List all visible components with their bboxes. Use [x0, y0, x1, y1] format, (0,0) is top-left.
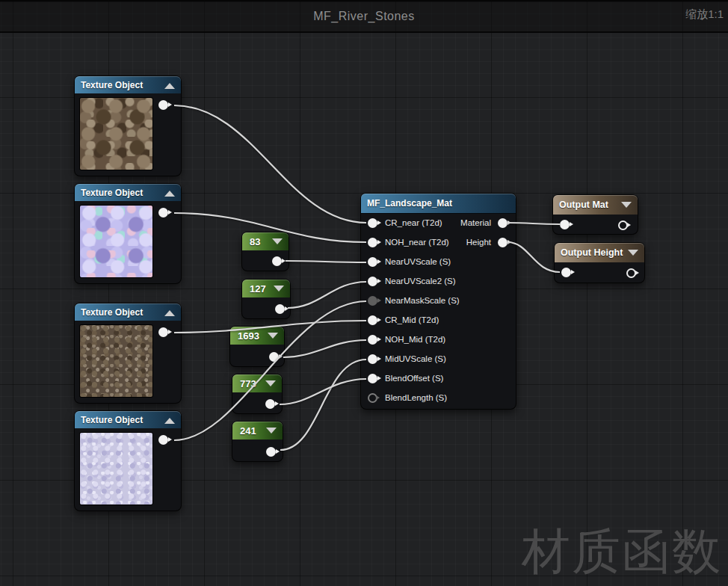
- output-height-node[interactable]: Output Height: [555, 243, 644, 283]
- node-header[interactable]: 241: [232, 422, 283, 440]
- node-title: Output Mat: [559, 200, 608, 210]
- expand-arrow-icon[interactable]: [266, 428, 277, 434]
- output-row-height: Height: [466, 232, 516, 252]
- node-header[interactable]: 1693: [230, 327, 284, 345]
- output-pin[interactable]: [265, 399, 275, 409]
- pin-label: BlendLength (S): [385, 393, 447, 402]
- output-pin[interactable]: [272, 256, 282, 266]
- input-row-noh-mid: NOH_Mid (T2d): [361, 330, 516, 349]
- wire-const241-miduvscale[interactable]: [280, 360, 366, 450]
- node-header[interactable]: Texture Object: [75, 76, 181, 93]
- node-title: Texture Object: [81, 307, 143, 318]
- constant-node-773[interactable]: 773: [232, 374, 282, 413]
- constant-value: 83: [247, 236, 260, 247]
- wire-tex4-nearmaskscale[interactable]: [174, 301, 366, 440]
- node-title: Texture Object: [81, 415, 143, 425]
- output-pin[interactable]: [498, 238, 508, 247]
- input-row-blendlength: BlendLength (S): [361, 388, 516, 407]
- mf-landscape-mat-node[interactable]: MF_Landscape_Mat CR_near (T2d) NOH_near …: [361, 194, 516, 409]
- texture-object-node-2[interactable]: Texture Object: [75, 184, 181, 283]
- input-pin[interactable]: [368, 218, 377, 228]
- texture-object-node-4[interactable]: Texture Object: [75, 411, 181, 511]
- input-pin[interactable]: [368, 296, 377, 306]
- input-pin[interactable]: [368, 315, 377, 325]
- graph-title: MF_River_Stones: [313, 10, 415, 23]
- constant-node-241[interactable]: 241: [232, 422, 283, 461]
- constant-node-127[interactable]: 127: [242, 280, 290, 318]
- pin-label: NearUVScale2 (S): [385, 277, 456, 286]
- input-pin[interactable]: [368, 238, 377, 247]
- expand-arrow-icon[interactable]: [268, 333, 278, 339]
- pin-label: MidUVScale (S): [385, 354, 446, 363]
- output-mat-node[interactable]: Output Mat: [553, 195, 638, 234]
- constant-node-1693[interactable]: 1693: [230, 327, 284, 366]
- input-row-nearuvscale: NearUVScale (S): [361, 252, 516, 271]
- node-header[interactable]: Texture Object: [75, 184, 181, 201]
- wire-const773-blendoffset[interactable]: [280, 379, 366, 404]
- output-pin[interactable]: [158, 435, 168, 445]
- input-row-cr-mid: CR_Mid (T2d): [361, 310, 516, 330]
- input-pin[interactable]: [368, 257, 377, 267]
- pin-label: NearUVScale (S): [385, 257, 451, 266]
- texture-preview[interactable]: [80, 325, 152, 397]
- constant-value: 241: [237, 425, 256, 437]
- wire-const127-nearuvscale2[interactable]: [288, 282, 366, 308]
- input-pin[interactable]: [368, 393, 377, 403]
- node-header[interactable]: 83: [242, 232, 289, 250]
- texture-preview[interactable]: [80, 206, 152, 277]
- material-graph-canvas[interactable]: Texture Object Texture Object Texture Ob…: [0, 0, 728, 586]
- expand-arrow-icon[interactable]: [265, 380, 276, 386]
- collapse-arrow-icon[interactable]: [164, 83, 175, 89]
- wire-const83-nearuvscale[interactable]: [286, 261, 366, 262]
- output-pin[interactable]: [158, 327, 168, 337]
- output-pin[interactable]: [269, 352, 279, 362]
- input-pin[interactable]: [368, 374, 377, 383]
- node-header[interactable]: 127: [242, 280, 290, 297]
- input-row-blendoffset: BlendOffset (S): [361, 368, 516, 388]
- expand-arrow-icon[interactable]: [628, 250, 638, 256]
- input-pin[interactable]: [560, 220, 570, 229]
- node-header[interactable]: 773: [232, 374, 282, 392]
- node-header[interactable]: Texture Object: [75, 411, 181, 428]
- node-header[interactable]: MF_Landscape_Mat: [361, 194, 516, 214]
- output-pin[interactable]: [158, 100, 168, 110]
- input-row-nearuvscale2: NearUVScale2 (S): [361, 271, 516, 291]
- node-header[interactable]: Output Height: [555, 243, 644, 262]
- node-header[interactable]: Texture Object: [75, 303, 181, 321]
- collapse-arrow-icon[interactable]: [164, 191, 175, 197]
- node-title: Texture Object: [81, 80, 143, 90]
- output-row-material: Material: [460, 213, 516, 232]
- output-pin[interactable]: [266, 447, 276, 457]
- output-pin[interactable]: [275, 304, 285, 314]
- zoom-level-label: 缩放1:1: [685, 7, 724, 22]
- output-pin[interactable]: [498, 218, 508, 228]
- texture-preview[interactable]: [80, 433, 152, 505]
- pin-label: CR_near (T2d): [385, 218, 442, 227]
- output-pin[interactable]: [618, 220, 628, 230]
- collapse-arrow-icon[interactable]: [164, 418, 175, 424]
- wire-tex1-crnear[interactable]: [174, 105, 366, 223]
- node-title: Texture Object: [81, 188, 143, 198]
- pin-label: CR_Mid (T2d): [385, 315, 439, 324]
- constant-value: 1693: [235, 330, 259, 342]
- pin-label: Height: [466, 238, 491, 247]
- input-pin[interactable]: [368, 277, 377, 286]
- constant-node-83[interactable]: 83: [242, 232, 289, 271]
- output-pin[interactable]: [626, 268, 636, 278]
- wire-const1693-nohmid[interactable]: [283, 340, 366, 357]
- input-pin[interactable]: [368, 335, 377, 345]
- output-pin[interactable]: [158, 208, 168, 218]
- collapse-arrow-icon[interactable]: [164, 310, 175, 316]
- constant-value: 773: [237, 378, 256, 389]
- texture-preview[interactable]: [80, 98, 152, 170]
- texture-object-node-1[interactable]: Texture Object: [75, 76, 181, 176]
- input-pin[interactable]: [561, 268, 571, 277]
- pin-label: NearMaskScale (S): [385, 296, 460, 305]
- expand-arrow-icon[interactable]: [272, 238, 283, 244]
- material-function-watermark: 材质函数: [522, 519, 722, 585]
- texture-object-node-3[interactable]: Texture Object: [75, 303, 181, 403]
- expand-arrow-icon[interactable]: [621, 202, 632, 208]
- input-pin[interactable]: [368, 354, 377, 364]
- node-header[interactable]: Output Mat: [553, 195, 638, 215]
- expand-arrow-icon[interactable]: [274, 286, 284, 292]
